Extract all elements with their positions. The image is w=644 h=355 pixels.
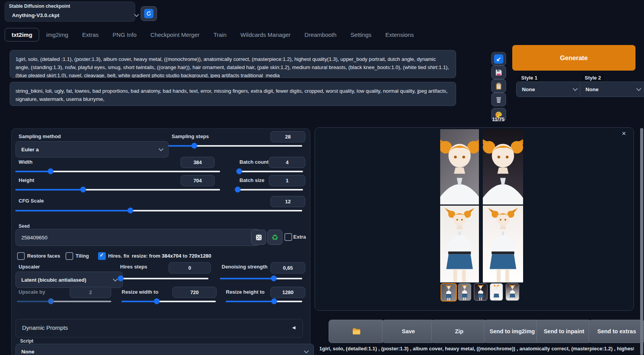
restore-faces-checkbox[interactable] [17,252,25,260]
resize-height-input[interactable]: 1280 [270,287,305,298]
anime-figure-placeholder [506,284,519,300]
slider-knob[interactable] [127,208,133,213]
seed-label: Seed [19,223,30,229]
tiling-label: Tiling [76,253,89,259]
slider-knob[interactable] [236,168,242,174]
hires-steps-label: Hires steps [120,264,147,270]
floppy-icon [495,69,503,76]
generated-image-2[interactable] [483,129,523,204]
upscaler-value: Latent (bicubic antialiased) [21,277,86,283]
positive-prompt-input[interactable]: 1girl, solo, (detailed :1.1), (poster:1.… [10,50,456,78]
tab-train[interactable]: Train [207,28,234,42]
refresh-checkpoints-button[interactable] [141,6,157,21]
random-seed-button[interactable] [251,230,266,245]
style1-dropdown[interactable]: None [516,81,583,97]
style2-label: Style 2 [582,74,604,81]
generated-image-4[interactable] [483,206,523,282]
upscaler-dropdown[interactable]: Latent (bicubic antialiased) [15,272,123,288]
style1-label: Style 1 [518,74,540,81]
open-folder-button[interactable] [329,320,384,343]
sd-webui-root: Stable Diffusion checkpoint Anything-V3.… [0,0,644,355]
tab-txt2img[interactable]: txt2img [5,28,39,42]
resize-height-slider[interactable] [226,301,302,302]
save-button[interactable]: Save [382,320,435,343]
height-slider[interactable] [15,189,220,190]
checkpoint-dropdown[interactable]: Anything-V3.0.ckpt [7,10,144,20]
width-slider[interactable] [15,171,220,172]
send-to-inpaint-button[interactable]: Send to inpaint [536,320,592,343]
cfg-scale-input[interactable]: 12 [270,196,305,207]
checkpoint-value: Anything-V3.0.ckpt [12,12,59,18]
generated-image-1[interactable] [440,129,479,204]
denoising-strength-slider[interactable] [220,278,302,279]
cfg-scale-slider[interactable] [15,210,302,211]
checkpoint-block: Stable Diffusion checkpoint Anything-V3.… [5,2,135,22]
tab-wildcards-manager[interactable]: Wildcards Manager [234,28,298,42]
tab-checkpoint-merger[interactable]: Checkpoint Merger [143,28,207,42]
sampling-method-label: Sampling method [19,133,61,139]
zip-button[interactable]: Zip [431,320,487,343]
extra-seed-checkbox[interactable] [284,233,292,241]
anime-figure-placeholder [483,206,523,282]
batch-count-input[interactable]: 4 [269,157,305,168]
generate-button[interactable]: Generate [512,45,635,71]
read-generation-params-button[interactable]: ↙ [491,52,506,66]
anime-figure-placeholder [441,284,456,301]
gallery-thumbnail-3[interactable] [474,283,487,301]
slider-knob[interactable] [48,168,53,174]
tab-settings[interactable]: Settings [343,28,378,42]
hires-fix-checkbox[interactable] [98,252,106,260]
slider-knob[interactable] [118,275,124,281]
gallery-close-button[interactable]: × [619,129,629,138]
send-to-img2img-button[interactable]: Send to img2img [484,320,541,343]
slider-fill [226,301,274,302]
batch-count-slider[interactable] [236,171,303,172]
sampling-steps-input[interactable]: 28 [270,131,305,142]
collapse-left-icon: ◄ [291,325,296,330]
tiling-checkbox[interactable] [65,252,73,260]
send-to-extras-button[interactable]: Send to extras [589,320,644,343]
batch-size-input[interactable]: 1 [269,175,305,186]
negative-prompt-input[interactable]: string_bikini, loli, ugly, fat, lowres, … [10,82,456,106]
tab-extras[interactable]: Extras [75,28,106,42]
tab-img2img[interactable]: img2img [39,28,75,42]
resize-width-input[interactable]: 720 [172,287,217,298]
restore-faces-label: Restore faces [27,253,60,259]
denoising-strength-input[interactable]: 0,65 [270,262,305,274]
seed-input[interactable]: 258409650 [15,229,260,246]
resize-width-slider[interactable] [122,301,216,302]
slider-fill [122,301,157,302]
tab-extensions[interactable]: Extensions [379,28,421,42]
sampling-method-dropdown[interactable]: Euler a [15,141,169,158]
script-label: Script [20,338,33,344]
clear-prompt-button[interactable] [491,93,506,106]
batch-size-slider[interactable] [236,189,303,190]
resize-info-from: 384x704 [162,253,181,259]
gallery-thumbnail-4[interactable] [490,283,503,301]
script-dropdown[interactable]: None [15,344,314,355]
tab-png-info[interactable]: PNG Info [106,28,144,42]
token-counter: 11/75 [490,116,507,122]
page-scrollbar[interactable] [640,128,643,355]
paste-style-button[interactable] [491,79,506,93]
gallery-thumbnail-1[interactable] [441,283,457,301]
generated-image-3[interactable] [440,206,479,282]
batch-count-label: Batch count [239,159,269,165]
dynamic-prompts-accordion[interactable]: Dynamic Prompts ◄ [15,319,303,338]
gallery-thumbnail-2[interactable] [458,283,471,301]
hires-steps-input[interactable]: 0 [169,262,211,274]
recycle-icon: ♻ [272,234,279,241]
slider-knob[interactable] [154,298,160,304]
reuse-seed-button[interactable]: ♻ [267,230,282,245]
tab-dreambooth[interactable]: Dreambooth [298,28,344,42]
slider-fill [220,278,274,279]
gallery-thumbnail-5[interactable] [506,283,519,301]
width-input[interactable]: 384 [181,157,215,168]
style2-dropdown[interactable]: None [580,81,644,97]
height-input[interactable]: 704 [181,175,215,186]
slider-knob[interactable] [191,143,197,149]
slider-knob[interactable] [271,275,277,281]
hires-steps-slider[interactable] [119,278,208,279]
save-style-button[interactable] [491,66,506,79]
sampling-steps-slider[interactable] [169,145,302,147]
